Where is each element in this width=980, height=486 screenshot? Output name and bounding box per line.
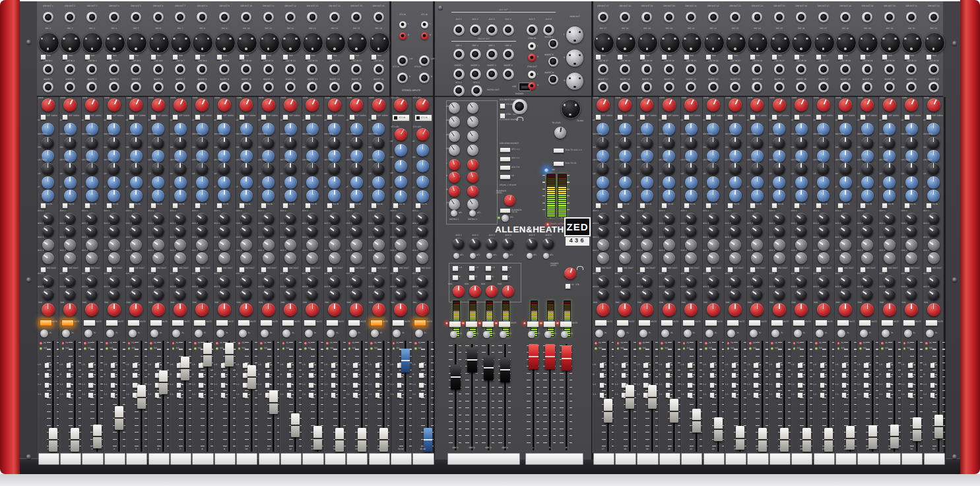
matrix1-send-knob-0[interactable] [449,102,460,114]
eq-knob-3[interactable] [839,162,852,175]
pan-knob[interactable] [394,303,407,316]
aux-knob-2[interactable] [263,225,275,237]
talk-to-aux-button[interactable] [553,148,564,153]
hpf-switch[interactable] [705,114,711,120]
hpf-switch[interactable] [172,114,178,120]
aux-knob-2[interactable] [42,225,54,237]
pan-knob[interactable] [773,303,786,316]
eq-knob-1[interactable] [773,137,785,149]
aux-master-afl-6[interactable] [543,253,549,259]
eq-knob-1[interactable] [372,137,385,149]
pfl-button[interactable] [261,330,269,337]
matrix2-send-knob-4[interactable] [467,159,478,170]
eq-knob-5[interactable] [795,190,808,202]
hpf-switch[interactable] [617,114,623,120]
eq-in-switch[interactable] [40,203,46,209]
channel-fader-cap[interactable] [736,426,744,450]
aux-knob-3[interactable] [152,239,164,251]
gain-knob[interactable] [284,98,297,112]
hpf-switch[interactable] [349,114,355,120]
st-eq-knob-1[interactable] [395,160,407,172]
eq-knob-4[interactable] [619,176,632,189]
mute-button[interactable] [925,320,938,326]
pfl-button[interactable] [705,330,713,337]
aux-knob-4[interactable] [306,252,318,264]
eq-knob-3[interactable] [130,162,143,175]
aux-knob-4[interactable] [751,252,763,264]
aux-knob-4[interactable] [263,252,275,264]
eq-knob-4[interactable] [707,176,719,189]
eq-knob-4[interactable] [284,176,297,189]
st3-level-knob[interactable] [416,128,429,141]
aux-knob-1[interactable] [329,213,341,225]
aux-knob-4[interactable] [905,252,917,264]
aux-knob-2[interactable] [329,225,341,237]
aux-knob-1[interactable] [751,213,763,225]
aux-knob-5[interactable] [597,275,609,287]
group-4-fader-cap[interactable] [500,357,510,382]
eq-in-switch[interactable] [106,203,112,209]
hpf-switch[interactable] [684,114,690,120]
gain-knob[interactable] [618,98,632,112]
st-eq-knob-1[interactable] [416,160,429,172]
pan-knob[interactable] [372,303,385,316]
usb-send-button-1[interactable] [500,156,511,162]
eq-knob-3[interactable] [108,162,120,175]
pfl-button[interactable] [216,330,224,337]
aux-knob-6[interactable] [306,289,318,300]
hpf-switch[interactable] [84,114,90,120]
eq-knob-1[interactable] [641,137,653,149]
aux-knob-4[interactable] [395,252,407,264]
phones-source-switch[interactable] [565,283,571,289]
eq-in-switch[interactable] [129,203,135,209]
st-level-knob[interactable] [394,98,407,112]
pfl-button[interactable] [860,330,868,337]
aux-knob-4[interactable] [928,252,940,264]
pfl-button[interactable] [595,330,603,337]
eq-in-switch[interactable] [816,203,822,209]
eq-knob-4[interactable] [108,176,120,189]
aux-knob-4[interactable] [329,252,341,264]
eq-in-switch[interactable] [172,203,178,209]
mute-button[interactable] [616,320,629,326]
eq-in-switch[interactable] [62,203,68,209]
pfl-button[interactable] [393,330,401,337]
aux-knob-6[interactable] [773,289,785,300]
eq-knob-4[interactable] [751,176,764,189]
pfl-button[interactable] [84,330,92,337]
mute-button[interactable] [40,320,52,326]
aux-knob-4[interactable] [839,252,851,264]
aux-knob-5[interactable] [641,275,653,287]
channel-fader-cap[interactable] [379,428,388,452]
aux-knob-3[interactable] [373,239,385,251]
pan-knob[interactable] [707,303,720,316]
eq-knob-3[interactable] [751,162,764,175]
eq-knob-5[interactable] [196,190,209,202]
eq-knob-3[interactable] [328,162,341,175]
pfl-button[interactable] [172,330,180,337]
hpf-switch[interactable] [305,114,311,120]
usb-send-button-0[interactable] [500,147,511,153]
aux-knob-4[interactable] [240,252,252,264]
mute-button[interactable] [705,320,717,326]
pfl-button[interactable] [639,330,647,337]
pan-knob[interactable] [416,303,429,316]
aux-knob-3[interactable] [196,239,208,251]
aux-knob-4[interactable] [619,252,631,264]
aux-knob-6[interactable] [130,289,142,300]
eq-knob-5[interactable] [284,190,297,202]
channel-fader-cap[interactable] [890,425,899,448]
eq-knob-4[interactable] [64,176,77,189]
aux-knob-4[interactable] [86,252,98,264]
aux-knob-5[interactable] [818,275,830,287]
eq-in-switch[interactable] [371,203,377,209]
mute-button[interactable] [859,320,871,326]
channel-fader-cap[interactable] [824,428,833,452]
eq-in-switch[interactable] [349,203,355,209]
aux-knob-1[interactable] [373,213,385,225]
mute-button[interactable] [682,320,695,326]
group-3-afl-button[interactable] [483,331,490,338]
aux-knob-6[interactable] [263,289,275,300]
aux-master-afl-5[interactable] [527,253,533,259]
aux-knob-3[interactable] [86,239,98,251]
